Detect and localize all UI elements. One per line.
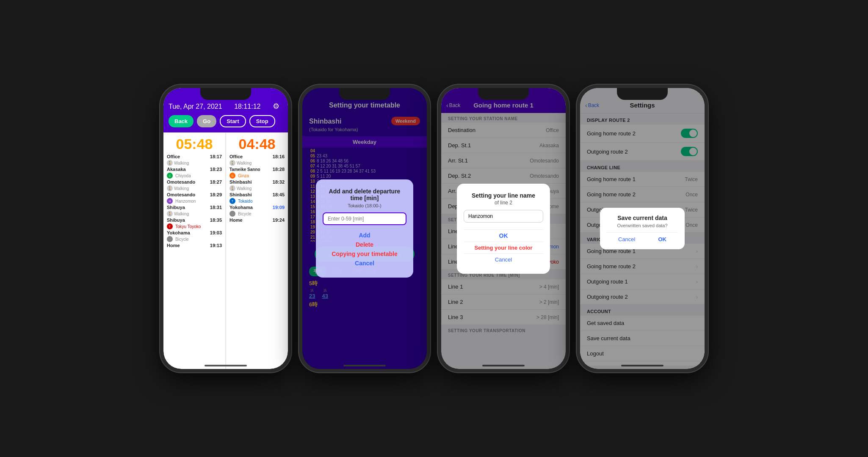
line-row-tokyu: T Tokyu Toyoko bbox=[167, 223, 222, 229]
line-row-hanzomon: H Hanzomon bbox=[167, 198, 222, 204]
walk-row: 🚶 Walking bbox=[167, 211, 222, 217]
hanzomon-icon: H bbox=[167, 198, 173, 204]
copy-timetable-button[interactable]: Copying your timetable bbox=[332, 251, 398, 257]
stop-row: Omotesando 18:29 bbox=[167, 192, 222, 197]
phone1-date: Tue, Apr 27, 2021 bbox=[169, 103, 222, 110]
phone3-modal-input[interactable] bbox=[464, 210, 543, 223]
start-button[interactable]: Start bbox=[220, 115, 246, 127]
phone4-modal-overlay: Save current data Overwritten saved data… bbox=[580, 88, 705, 369]
delete-button[interactable]: Delete bbox=[356, 241, 373, 248]
phone4-modal-cancel-button[interactable]: Cancel bbox=[618, 236, 635, 242]
phone3-modal-color-button[interactable]: Setting your line color bbox=[474, 245, 532, 251]
modal-time-input[interactable] bbox=[323, 212, 406, 225]
gear-icon[interactable]: ⚙ bbox=[273, 102, 283, 112]
phone1-col2: 04:48 Office 18:16 🚶 Walking Tameike Sa bbox=[226, 132, 288, 369]
home-indicator-1 bbox=[205, 365, 247, 366]
stop-row: Yokohama 19:03 bbox=[167, 230, 222, 235]
stop-row: Office 18:17 bbox=[167, 154, 222, 159]
col2-big-time: 04:48 bbox=[229, 136, 285, 152]
line-row-chiyoda: C Chiyoda bbox=[167, 173, 222, 179]
phone1-time: 18:11:12 bbox=[234, 103, 260, 110]
stop-row: Home 19:24 bbox=[229, 217, 285, 223]
phone4-modal-subtitle: Overwritten saved data? bbox=[607, 223, 678, 228]
phone-2: Setting your timetable Shinbashi (Tokaid… bbox=[299, 85, 430, 372]
walk-row: 🚶 Walking bbox=[167, 160, 222, 166]
line-row-tokaido: T Tokaido bbox=[229, 198, 285, 204]
phone1-col1: 05:48 Office 18:17 🚶 Walking Akasaka bbox=[163, 132, 226, 369]
walk-row: 🚶 Walking bbox=[229, 185, 285, 191]
tokyu-icon: T bbox=[167, 223, 173, 229]
modal-title: Add and delete departure time [min] bbox=[323, 188, 406, 201]
walk-icon-3: 🚶 bbox=[167, 211, 173, 217]
bicycle-icon: 🚲 bbox=[167, 236, 173, 242]
stop-row: Tameike Sanno 18:28 bbox=[229, 167, 285, 172]
phone3-modal-title: Setting your line name bbox=[464, 192, 543, 199]
stop-row: Yokohama 19:09 bbox=[229, 205, 285, 210]
walk-icon: 🚶 bbox=[167, 160, 173, 166]
phone4-modal-title: Save current data bbox=[607, 215, 678, 221]
walk-row: 🚶 Walking bbox=[167, 185, 222, 191]
walk-icon-2: 🚶 bbox=[167, 185, 173, 191]
line-row-bicycle: 🚲 Bicycle bbox=[167, 236, 222, 242]
phone2-modal-overlay: Add and delete departure time [min] Toka… bbox=[302, 88, 427, 369]
add-button[interactable]: Add bbox=[359, 232, 370, 239]
modal-cancel-button[interactable]: Cancel bbox=[355, 260, 374, 267]
phone4-modal: Save current data Overwritten saved data… bbox=[600, 208, 685, 249]
go-button[interactable]: Go bbox=[197, 115, 216, 127]
phone-1: Tue, Apr 27, 2021 18:11:12 ⚙ Back Go Sta… bbox=[160, 85, 291, 372]
phone3-modal-subtitle: of line 2 bbox=[464, 200, 543, 206]
walk-icon-4: 🚶 bbox=[229, 160, 235, 166]
phone4-modal-ok-button[interactable]: OK bbox=[658, 236, 666, 242]
phone3-modal-ok-button[interactable]: OK bbox=[499, 232, 508, 239]
modal-subtitle: Tokaido (18:00-) bbox=[323, 203, 406, 208]
ginza-icon: G bbox=[229, 173, 235, 179]
walk-icon-5: 🚶 bbox=[229, 185, 235, 191]
notch-2 bbox=[339, 88, 390, 100]
notch-3 bbox=[478, 88, 529, 100]
stop-row: Office 18:16 bbox=[229, 154, 285, 159]
col1-big-time: 05:48 bbox=[167, 136, 222, 152]
walk-row: 🚶 Walking bbox=[229, 160, 285, 166]
phone-4: ‹ Back Settings DISPLAY ROUTE 2 Going ho… bbox=[577, 85, 708, 372]
notch-1 bbox=[200, 88, 251, 100]
phone-3: ‹ Back Going home route 1 SETTING YOUR S… bbox=[438, 85, 569, 372]
notch-4 bbox=[617, 88, 668, 100]
phone3-modal-overlay: Setting your line name of line 2 OK Sett… bbox=[441, 88, 566, 369]
tokaido-icon: T bbox=[229, 198, 235, 204]
stop-button[interactable]: Stop bbox=[249, 115, 275, 127]
stop-row: Shibuya 18:31 bbox=[167, 205, 222, 210]
stop-row: Shibuya 18:35 bbox=[167, 217, 222, 223]
phone3-modal: Setting your line name of line 2 OK Sett… bbox=[457, 184, 550, 274]
stop-row: Shinbashi 18:32 bbox=[229, 179, 285, 184]
stop-row: Shinbashi 18:45 bbox=[229, 192, 285, 197]
stop-row: Omotesando 18:27 bbox=[167, 179, 222, 184]
stop-row: Home 19:13 bbox=[167, 243, 222, 248]
line-row-bicycle-2: 🚲 Bicycle bbox=[229, 211, 285, 217]
back-button[interactable]: Back bbox=[169, 115, 194, 127]
phone4-modal-actions: Cancel OK bbox=[607, 232, 678, 242]
phone3-modal-cancel-button[interactable]: Cancel bbox=[495, 256, 512, 263]
chiyoda-icon: C bbox=[167, 173, 173, 179]
phone2-modal: Add and delete departure time [min] Toka… bbox=[316, 179, 413, 278]
bicycle-icon-2: 🚲 bbox=[229, 211, 235, 217]
line-row-ginza: G Ginza bbox=[229, 173, 285, 179]
stop-row: Akasaka 18:23 bbox=[167, 167, 222, 172]
